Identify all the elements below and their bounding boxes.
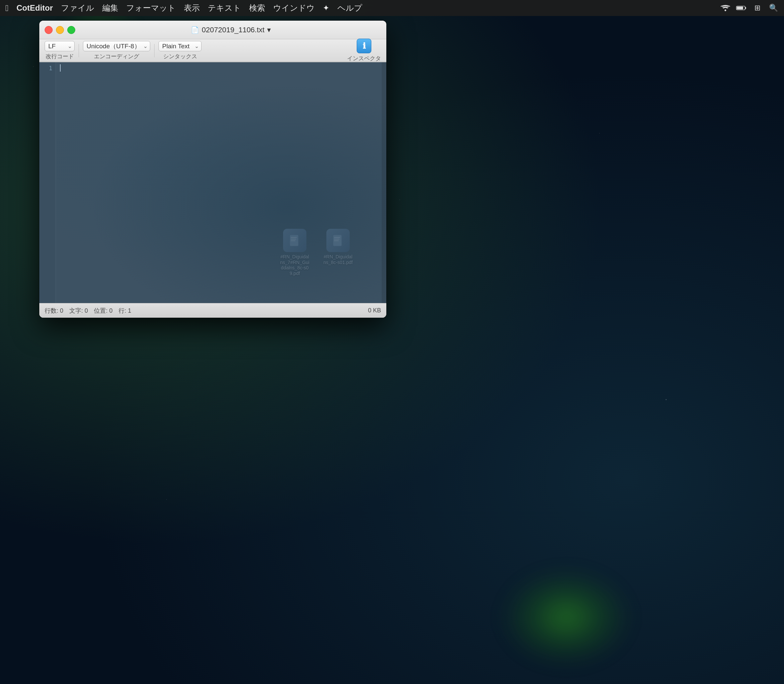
apple-menu[interactable]:  <box>5 3 9 13</box>
spotlight-icon[interactable]: 🔍 <box>768 3 779 13</box>
desktop-icon-2: #RN_Diguidalns_8c-s01.pdf <box>323 229 353 276</box>
search-menu[interactable]: 検索 <box>249 3 265 13</box>
encoding-select[interactable]: Unicode（UTF-8） UTF-16 Shift_JIS <box>83 41 150 51</box>
status-size: 0 KB <box>368 307 381 314</box>
help-menu[interactable]: ヘルプ <box>337 3 362 13</box>
text-cursor <box>60 64 61 72</box>
line-number-1: 1 <box>39 64 56 73</box>
statusbar: 行数: 0 文字: 0 位置: 0 行: 1 0 KB <box>39 303 386 318</box>
syntax-label: シンタックス <box>163 53 197 60</box>
battery-icon[interactable] <box>736 3 747 13</box>
toolbar-divider-2 <box>154 44 155 57</box>
svg-rect-10 <box>334 239 339 239</box>
encoding-select-wrapper[interactable]: Unicode（UTF-8） UTF-16 Shift_JIS <box>83 41 150 51</box>
svg-rect-6 <box>291 239 296 239</box>
window-title: 02072019_1106.txt <box>202 26 265 34</box>
titlebar: 📄 02072019_1106.txt ▾ <box>39 21 386 39</box>
inspector-label: インスペクタ <box>347 55 381 62</box>
syntax-select[interactable]: Plain Text HTML CSS JavaScript <box>158 41 202 51</box>
cot-editor-window: 📄 02072019_1106.txt ▾ LF CR CRLF 改行コード U… <box>39 21 386 318</box>
line-ending-label: 改行コード <box>46 53 74 60</box>
app-menu[interactable]: CotEditor <box>17 3 53 13</box>
syntax-group: Plain Text HTML CSS JavaScript シンタックス <box>158 41 202 60</box>
svg-rect-7 <box>291 240 295 241</box>
desktop-icon-1-img <box>283 229 307 252</box>
line-ending-group: LF CR CRLF 改行コード <box>45 41 74 60</box>
svg-rect-2 <box>737 6 743 9</box>
window-title-group: 📄 02072019_1106.txt ▾ <box>81 26 381 34</box>
inspector-button[interactable]: ℹ <box>357 39 371 53</box>
close-button[interactable] <box>45 26 53 34</box>
file-menu[interactable]: ファイル <box>61 3 94 13</box>
svg-rect-5 <box>291 237 297 238</box>
edit-menu[interactable]: 編集 <box>102 3 118 13</box>
desktop-icons-overlay: #RN_Diguidalns_7#RN_Guiddalns_8c-s09.pdf… <box>280 229 353 276</box>
desktop-icon-2-img <box>326 229 350 252</box>
svg-rect-11 <box>334 240 339 241</box>
menubar:  CotEditor ファイル 編集 フォーマット 表示 テキスト 検索 ウイ… <box>0 0 784 16</box>
text-menu[interactable]: テキスト <box>208 3 241 13</box>
toolbar-divider-1 <box>79 44 79 57</box>
wifi-icon[interactable] <box>720 3 731 13</box>
toolbar: LF CR CRLF 改行コード Unicode（UTF-8） UTF-16 S… <box>39 39 386 62</box>
control-center-icon[interactable]: ⊞ <box>752 3 763 13</box>
line-ending-select[interactable]: LF CR CRLF <box>45 41 74 51</box>
view-menu[interactable]: 表示 <box>184 3 200 13</box>
maximize-button[interactable] <box>67 26 75 34</box>
document-icon: 📄 <box>191 26 199 34</box>
system-tray: ⊞ 🔍 <box>720 3 779 13</box>
svg-rect-9 <box>334 237 340 238</box>
syntax-select-wrapper[interactable]: Plain Text HTML CSS JavaScript <box>158 41 202 51</box>
line-numbers-gutter: 1 <box>39 62 56 303</box>
inspector-icon: ℹ <box>363 41 366 51</box>
format-menu[interactable]: フォーマット <box>126 3 176 13</box>
svg-point-0 <box>725 10 726 11</box>
svg-rect-3 <box>745 7 746 9</box>
inspector-group: ℹ インスペクタ <box>347 39 381 62</box>
nebula-green-bottom <box>500 568 633 667</box>
script-menu[interactable]: ✦ <box>323 3 329 13</box>
desktop-icon-1: #RN_Diguidalns_7#RN_Guiddalns_8c-s09.pdf <box>280 229 310 276</box>
traffic-lights <box>45 26 75 34</box>
editor-area[interactable]: #RN_Diguidalns_7#RN_Guiddalns_8c-s09.pdf… <box>56 62 386 303</box>
minimize-button[interactable] <box>56 26 64 34</box>
content-area: 1 #RN_Diguidalns_7#RN_Guiddalns_8c- <box>39 62 386 303</box>
window-title-dropdown[interactable]: ▾ <box>267 26 271 34</box>
window-menu[interactable]: ウインドウ <box>273 3 315 13</box>
line-ending-select-wrapper[interactable]: LF CR CRLF <box>45 41 74 51</box>
desktop-icon-1-label: #RN_Diguidalns_7#RN_Guiddalns_8c-s09.pdf <box>280 254 310 276</box>
status-stats: 行数: 0 文字: 0 位置: 0 行: 1 <box>45 307 131 315</box>
scrollbar[interactable] <box>382 62 386 303</box>
encoding-label: エンコーディング <box>94 53 139 60</box>
desktop-icon-2-label: #RN_Diguidalns_8c-s01.pdf <box>323 254 353 265</box>
encoding-group: Unicode（UTF-8） UTF-16 Shift_JIS エンコーディング <box>83 41 150 60</box>
